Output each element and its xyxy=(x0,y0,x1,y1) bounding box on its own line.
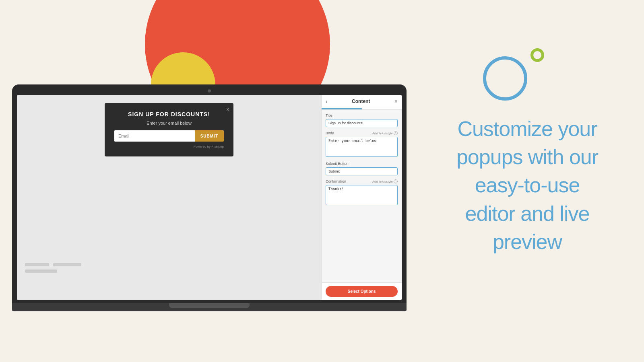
confirmation-help-icon: ? xyxy=(394,179,398,183)
hero-text: Customize your popups with our easy-to-u… xyxy=(441,115,614,256)
body-field-group: Body Add links/style ? Enter your email … xyxy=(326,131,398,158)
laptop-base xyxy=(12,303,407,311)
laptop-screen: × SIGN UP FOR DISCOUNTS! Enter your emai… xyxy=(17,95,402,300)
body-field-label: Body Add links/style ? xyxy=(326,131,398,135)
laptop: × SIGN UP FOR DISCOUNTS! Enter your emai… xyxy=(12,84,407,311)
editor-tab-2[interactable] xyxy=(342,108,362,109)
popup-subtitle: Enter your email below xyxy=(114,121,224,125)
hero-line4: editor and live xyxy=(465,202,590,225)
green-dot-decoration xyxy=(530,48,544,62)
editor-tab-3[interactable] xyxy=(362,108,382,109)
editor-close-button[interactable]: × xyxy=(394,98,398,105)
confirmation-field-label: Confirmation Add links/style ? xyxy=(326,179,398,183)
popup-powered-by: Powered by Pixelpop xyxy=(114,145,224,148)
skeleton-bar xyxy=(25,269,57,273)
submit-input[interactable] xyxy=(326,167,398,175)
editor-tab-4[interactable] xyxy=(382,108,402,109)
title-field-label: Title xyxy=(326,113,398,117)
body-help-icon: ? xyxy=(394,131,398,135)
popup-submit-button[interactable]: SUBMIT xyxy=(195,130,224,142)
hero-line3: easy-to-use xyxy=(475,173,580,197)
editor-back-button[interactable]: ‹ xyxy=(326,98,328,105)
hero-line2: popups with our xyxy=(456,145,598,169)
skeleton-content xyxy=(25,263,313,276)
editor-fields: Title Body Add links/style ? Enter yo xyxy=(322,110,402,282)
laptop-camera xyxy=(208,89,211,93)
confirmation-links-label[interactable]: Add links/style ? xyxy=(372,179,398,183)
website-preview: × SIGN UP FOR DISCOUNTS! Enter your emai… xyxy=(17,95,321,300)
confirmation-textarea[interactable]: Thanks! xyxy=(326,185,398,205)
skeleton-bar xyxy=(25,263,49,266)
hero-line5: preview xyxy=(493,230,562,253)
body-links-label[interactable]: Add links/style ? xyxy=(372,131,398,135)
body-textarea[interactable]: Enter your email below xyxy=(326,137,398,157)
hero-line1: Customize your xyxy=(457,117,597,140)
confirmation-field-group: Confirmation Add links/style ? Thanks! xyxy=(326,179,398,206)
title-field-group: Title xyxy=(326,113,398,127)
submit-field-label: Submit Button xyxy=(326,162,398,166)
title-input[interactable] xyxy=(326,119,398,127)
popup-close-button[interactable]: × xyxy=(226,106,229,113)
editor-title: Content xyxy=(352,99,370,104)
editor-footer: Select Options xyxy=(322,282,402,300)
editor-panel: ‹ Content × Title xyxy=(321,95,402,300)
laptop-bezel: × SIGN UP FOR DISCOUNTS! Enter your emai… xyxy=(12,84,407,303)
editor-header: ‹ Content × xyxy=(322,95,402,108)
select-options-button[interactable]: Select Options xyxy=(326,286,398,297)
popup-email-input[interactable] xyxy=(114,130,195,142)
submit-field-group: Submit Button xyxy=(326,162,398,175)
editor-tab-1[interactable] xyxy=(322,108,342,109)
skeleton-bar xyxy=(53,263,81,266)
popup-title: SIGN UP FOR DISCOUNTS! xyxy=(114,111,224,117)
laptop-foot xyxy=(169,303,250,308)
blue-circle-decoration xyxy=(483,56,527,101)
popup-box: × SIGN UP FOR DISCOUNTS! Enter your emai… xyxy=(105,103,233,156)
popup-form: SUBMIT xyxy=(114,130,224,142)
